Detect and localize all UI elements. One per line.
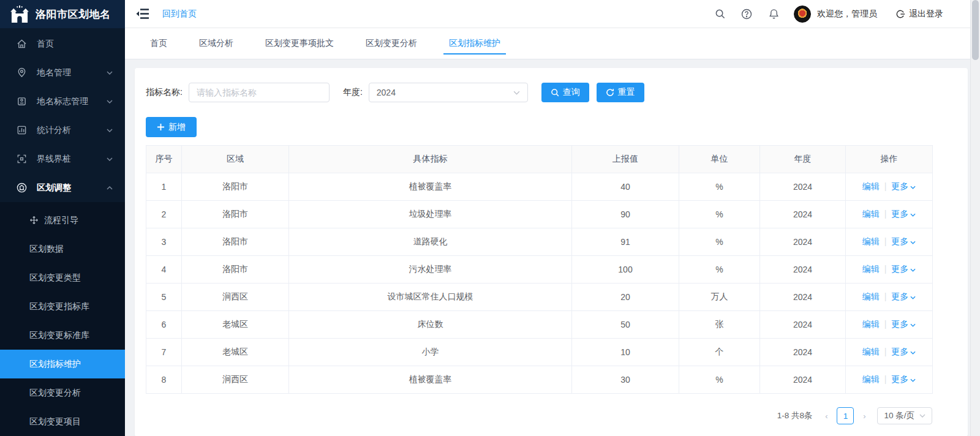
chevron-down-icon[interactable] [910,351,916,355]
page-number-button[interactable]: 1 [837,407,854,424]
table-row: 4 洛阳市 污水处理率 100 % 2024 编辑|更多 [146,256,933,284]
chevron-down-icon[interactable] [910,296,916,299]
sidebar-item-district-adjust[interactable]: 区划调整 [0,173,125,202]
chevron-down-icon[interactable] [910,323,916,327]
submenu-item-process-guide[interactable]: 流程引导 [0,206,125,235]
chevron-down-icon [919,414,925,418]
more-link[interactable]: 更多 [891,347,908,356]
sidebar-collapse-button[interactable] [136,9,149,19]
cell-unit: % [679,173,760,201]
submenu-item-change-type[interactable]: 区划变更类型 [0,263,125,292]
app-title: 洛阳市区划地名 [36,7,111,21]
next-page-button[interactable]: › [856,408,872,424]
sidebar-item-home[interactable]: 首页 [0,29,125,58]
submenu-item-label: 区划变更标准库 [29,330,89,341]
vertical-scrollbar[interactable] [970,0,980,436]
add-button-label: 新增 [168,122,186,133]
more-link[interactable]: 更多 [891,181,908,191]
sidebar-item-sign-mgmt[interactable]: 地名标志管理 [0,87,125,116]
indicator-table: 序号 区域 具体指标 上报值 单位 年度 操作 1 [146,145,933,394]
notification-bell-icon[interactable] [763,4,784,24]
tab-home[interactable]: 首页 [150,28,167,59]
prev-page-button[interactable]: ‹ [818,408,834,424]
cell-actions: 编辑|更多 [846,201,933,228]
more-link[interactable]: 更多 [891,264,908,274]
column-header-unit: 单位 [679,146,760,173]
year-label: 年度: [343,87,363,98]
toolbar: 新增 [146,117,932,137]
search-icon [551,88,559,97]
scrollbar-thumb[interactable] [972,0,979,60]
edit-link[interactable]: 编辑 [862,374,880,384]
cell-no: 4 [146,256,182,284]
more-link[interactable]: 更多 [891,374,908,384]
cell-unit: 个 [679,339,760,366]
chevron-down-icon[interactable] [910,213,916,217]
indicator-name-input[interactable] [189,83,330,102]
chevron-down-icon[interactable] [910,241,916,244]
edit-link[interactable]: 编辑 [862,209,880,219]
cell-actions: 编辑|更多 [846,256,933,284]
cell-region: 洛阳市 [182,256,289,284]
search-icon[interactable] [709,4,730,24]
sidebar-item-boundary[interactable]: 界线界桩 [0,145,125,173]
sidebar-item-statistics[interactable]: 统计分析 [0,116,125,145]
add-button[interactable]: 新增 [146,117,197,137]
chevron-down-icon[interactable] [910,186,916,189]
home-icon [16,39,27,50]
submenu-item-district-data[interactable]: 区划数据 [0,235,125,263]
sidebar-item-placename-mgmt[interactable]: 地名管理 [0,58,125,87]
submenu-item-standard-lib[interactable]: 区划变更标准库 [0,321,125,350]
edit-link[interactable]: 编辑 [862,319,880,329]
cell-actions: 编辑|更多 [846,228,933,256]
cell-actions: 编辑|更多 [846,311,933,339]
tab-change-analysis[interactable]: 区划变更分析 [366,28,417,59]
submenu-item-label: 区划指标维护 [29,359,81,370]
search-button[interactable]: 查询 [541,83,589,102]
edit-link[interactable]: 编辑 [862,236,880,246]
more-link[interactable]: 更多 [891,291,908,301]
cell-indicator: 设市城区常住人口规模 [289,284,572,311]
cell-value: 50 [572,311,679,339]
tab-indicator-maintain[interactable]: 区划指标维护 [449,28,500,59]
edit-link[interactable]: 编辑 [862,264,880,274]
edit-link[interactable]: 编辑 [862,181,880,191]
logout-icon [895,9,905,19]
help-icon[interactable] [736,4,757,24]
page-size-select[interactable]: 10 条/页 [877,407,932,424]
submenu-item-change-project[interactable]: 区划变更项目 [0,407,125,436]
year-select[interactable]: 2024 [369,83,528,102]
tab-label: 首页 [150,38,167,49]
cell-indicator: 床位数 [289,311,572,339]
cell-year: 2024 [760,173,846,201]
chevron-down-icon[interactable] [910,378,916,382]
app-logo[interactable]: 洛阳市区划地名 [0,0,125,28]
move-arrows-icon [29,216,39,225]
tab-region-analysis[interactable]: 区域分析 [199,28,233,59]
reset-button[interactable]: 重置 [597,83,644,102]
submenu-item-indicator-lib[interactable]: 区划变更指标库 [0,292,125,321]
edit-link[interactable]: 编辑 [862,347,880,356]
sidebar-item-label: 统计分析 [37,125,107,136]
cell-region: 老城区 [182,339,289,366]
avatar[interactable] [794,6,811,23]
submenu-item-label: 流程引导 [44,215,78,226]
pagination-total: 1-8 共8条 [777,410,813,421]
logout-button[interactable]: 退出登录 [895,9,943,20]
submenu-item-change-analysis[interactable]: 区划变更分析 [0,378,125,407]
cell-value: 91 [572,228,679,256]
action-separator: | [884,181,887,191]
more-link[interactable]: 更多 [891,319,908,329]
gate-logo-icon [10,6,29,23]
back-home-link[interactable]: 回到首页 [162,9,197,20]
cell-year: 2024 [760,339,846,366]
tab-change-approval[interactable]: 区划变更事项批文 [265,28,334,59]
edit-link[interactable]: 编辑 [862,291,880,301]
sidebar-item-label: 界线界桩 [37,154,107,165]
cell-region: 涧西区 [182,284,289,311]
chevron-down-icon[interactable] [910,268,916,272]
submenu-item-indicator-maintain[interactable]: 区划指标维护 [0,350,125,378]
more-link[interactable]: 更多 [891,209,908,219]
more-link[interactable]: 更多 [891,236,908,246]
app-root: 洛阳市区划地名 首页 地名管理 地名标志管理 统计分析 [0,0,980,436]
